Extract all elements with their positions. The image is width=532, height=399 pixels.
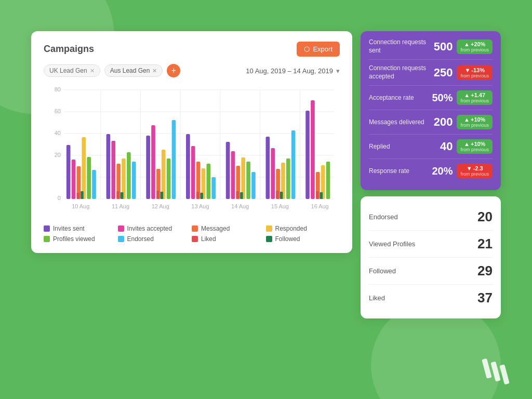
svg-text:20: 20: [55, 152, 61, 157]
stat-value-group: 50% ▲ +1.47 from previous: [432, 90, 493, 105]
svg-rect-36: [191, 146, 195, 199]
svg-rect-40: [211, 177, 216, 199]
tag-aus: Aus Lead Gen ✕: [104, 64, 163, 77]
svg-rect-42: [231, 151, 235, 199]
legend-dot-liked: [192, 236, 198, 242]
stat-row-connection-requests-sent: Connection requests sent 500 ▲ +20% from…: [369, 38, 493, 60]
stat-row-response-rate: Response rate 20% ▼ -2.3 from previous: [369, 159, 493, 183]
legend-profiles-viewed: Profiles viewed: [44, 235, 118, 243]
chevron-down-icon: ▾: [336, 67, 340, 75]
svg-rect-64: [196, 192, 199, 199]
stat-row-liked: Liked 37: [369, 285, 493, 311]
svg-rect-66: [236, 191, 239, 199]
badge-messages-delivered: ▲ +10% from previous: [457, 115, 493, 129]
svg-rect-61: [121, 192, 123, 199]
legend-invites-sent: Invites sent: [44, 225, 118, 232]
svg-rect-18: [72, 159, 76, 199]
svg-rect-48: [271, 148, 275, 199]
svg-rect-41: [226, 142, 230, 199]
stat-row-endorsed: Endorsed 20: [369, 204, 493, 231]
tag-uk: UK Lead Gen ✕: [44, 64, 100, 77]
stat-row-viewed-profiles: Viewed Profiles 21: [369, 231, 493, 258]
svg-rect-24: [111, 141, 115, 199]
svg-rect-51: [286, 158, 290, 199]
svg-rect-53: [305, 111, 310, 199]
stat-row-connection-requests-accepted: Connection requests accepted 250 ▼ -13% …: [369, 60, 493, 86]
tag-aus-close[interactable]: ✕: [152, 68, 157, 74]
stat-value-group: 200 ▲ +10% from previous: [432, 115, 493, 129]
svg-rect-30: [151, 125, 155, 199]
export-button[interactable]: ⬡ Export: [297, 42, 340, 57]
filter-row: UK Lead Gen ✕ Aus Lead Gen ✕ + 10 Aug, 2…: [44, 64, 340, 77]
legend-dot-messaged: [192, 225, 198, 232]
legend-dot-profiles-viewed: [44, 236, 50, 242]
date-range-picker[interactable]: 10 Aug, 2019 – 14 Aug, 2019 ▾: [246, 67, 340, 75]
svg-rect-71: [320, 192, 323, 199]
svg-rect-54: [311, 100, 315, 199]
stat-value-group: 20% ▼ -2.3 from previous: [432, 164, 493, 178]
svg-rect-58: [77, 193, 79, 199]
svg-text:13 Aug: 13 Aug: [191, 204, 209, 209]
chart-area: 80 60 40 20 0: [44, 85, 340, 220]
svg-rect-22: [92, 170, 96, 199]
legend-endorsed: Endorsed: [118, 235, 192, 243]
svg-rect-20: [82, 137, 86, 199]
svg-text:15 Aug: 15 Aug: [271, 204, 289, 209]
chart-legend: Invites sent Invites accepted Messaged R…: [44, 225, 340, 243]
svg-rect-69: [280, 192, 283, 199]
campaigns-card: Campaigns ⬡ Export UK Lead Gen ✕ Aus Lea…: [31, 31, 352, 253]
svg-text:80: 80: [55, 87, 61, 92]
badge-acceptance-rate: ▲ +1.47 from previous: [457, 90, 493, 105]
tag-uk-close[interactable]: ✕: [90, 68, 95, 74]
svg-text:0: 0: [58, 195, 61, 201]
logo: [485, 356, 506, 387]
legend-dot-endorsed: [118, 236, 124, 242]
stats-card-purple: Connection requests sent 500 ▲ +20% from…: [361, 31, 501, 190]
svg-rect-35: [186, 134, 190, 199]
badge-connection-requests-sent: ▲ +20% from previous: [457, 39, 493, 54]
svg-rect-60: [116, 191, 119, 199]
stat-row-followed: Followed 29: [369, 258, 493, 285]
svg-text:10 Aug: 10 Aug: [72, 204, 89, 209]
svg-rect-33: [167, 158, 171, 199]
svg-text:14 Aug: 14 Aug: [231, 204, 249, 209]
svg-rect-46: [251, 172, 256, 199]
logo-stripes: [482, 354, 510, 389]
svg-rect-34: [172, 120, 176, 199]
svg-text:11 Aug: 11 Aug: [112, 204, 129, 209]
stat-value-group: 500 ▲ +20% from previous: [432, 39, 493, 54]
legend-dot-invites-accepted: [118, 225, 124, 232]
legend-invites-accepted: Invites accepted: [118, 225, 192, 232]
stat-row-messages-delivered: Messages delivered 200 ▲ +10% from previ…: [369, 110, 493, 135]
svg-rect-68: [276, 191, 278, 199]
svg-rect-65: [200, 193, 203, 199]
svg-text:12 Aug: 12 Aug: [152, 204, 169, 209]
export-icon: ⬡: [304, 45, 310, 53]
page-title: Campaigns: [44, 44, 94, 55]
stat-row-acceptance-rate: Acceptance rate 50% ▲ +1.47 from previou…: [369, 86, 493, 110]
svg-rect-67: [240, 192, 243, 199]
svg-rect-32: [162, 150, 166, 199]
svg-rect-29: [146, 136, 150, 199]
svg-rect-59: [81, 191, 83, 199]
stat-value-group: 250 ▼ -13% from previous: [432, 65, 493, 80]
legend-messaged: Messaged: [192, 225, 266, 232]
svg-text:16 Aug: 16 Aug: [311, 204, 329, 209]
legend-liked: Liked: [192, 235, 266, 243]
right-column: Connection requests sent 500 ▲ +20% from…: [361, 31, 501, 318]
svg-rect-27: [127, 152, 131, 199]
bar-chart: 80 60 40 20 0: [44, 85, 340, 220]
svg-rect-23: [107, 134, 111, 199]
badge-connection-requests-accepted: ▼ -13% from previous: [457, 65, 493, 80]
add-tag-button[interactable]: +: [167, 64, 180, 77]
svg-rect-21: [87, 157, 91, 199]
legend-dot-followed: [266, 236, 272, 242]
legend-dot-responded: [266, 225, 272, 232]
svg-rect-28: [132, 162, 136, 199]
svg-rect-57: [326, 162, 330, 199]
svg-rect-47: [266, 137, 270, 199]
stat-value-group: 40 ▲ +10% from previous: [432, 139, 493, 154]
svg-text:40: 40: [55, 130, 61, 136]
svg-text:60: 60: [55, 109, 61, 114]
svg-rect-45: [246, 162, 250, 199]
